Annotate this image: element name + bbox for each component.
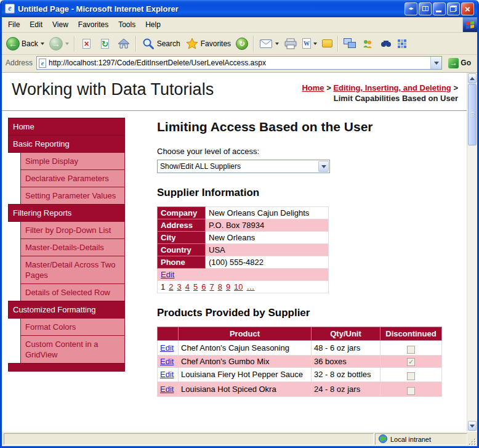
sidebar-item-format-colors[interactable]: Format Colors	[20, 318, 125, 336]
pager-page-5[interactable]: 5	[193, 282, 198, 291]
window-panes-button[interactable]	[419, 2, 432, 15]
research-button[interactable]	[377, 35, 395, 53]
sidebar-item-custom-content-gridview[interactable]: Custom Content in a GridView	[20, 335, 125, 364]
edit-cell: Edit	[158, 382, 179, 397]
address-dropdown-button[interactable]	[430, 57, 441, 69]
stop-button[interactable]: ×	[78, 35, 96, 53]
favorites-button[interactable]: Favorites	[183, 35, 233, 53]
pager-row: 12345678910…	[158, 281, 329, 293]
pager-page-2[interactable]: 2	[169, 282, 173, 291]
product-edit-link[interactable]: Edit	[160, 370, 174, 379]
product-edit-link[interactable]: Edit	[160, 385, 174, 394]
discontinued-checkbox[interactable]: ✓	[407, 358, 415, 366]
product-edit-link[interactable]: Edit	[160, 343, 174, 352]
sidebar-item-home[interactable]: Home	[8, 118, 125, 136]
edit-dropdown-chevron[interactable]	[313, 43, 317, 45]
pager-page-6[interactable]: 6	[201, 282, 206, 291]
sidebar-item-declarative-parameters[interactable]: Declarative Parameters	[20, 169, 125, 187]
forward-dropdown-chevron[interactable]	[65, 43, 69, 45]
discontinued-checkbox[interactable]	[407, 372, 415, 380]
scroll-thumb[interactable]	[468, 84, 477, 145]
column-header-product: Product	[179, 327, 312, 341]
product-name-cell: Louisiana Hot Spiced Okra	[179, 382, 312, 397]
product-edit-link[interactable]: Edit	[160, 357, 174, 366]
sidebar-item-basic-reporting[interactable]: Basic Reporting	[8, 135, 125, 153]
sidebar-item-setting-parameter-values[interactable]: Setting Parameter Values	[20, 187, 125, 205]
pager-page-7[interactable]: 7	[209, 282, 214, 291]
mail-dropdown-chevron[interactable]	[275, 43, 279, 45]
menu-file[interactable]: File	[3, 18, 25, 31]
discontinued-checkbox[interactable]	[407, 346, 415, 354]
history-button[interactable]: ↻	[233, 35, 251, 53]
pager-page-3[interactable]: 3	[177, 282, 181, 291]
sidebar-item-master-detail-across-two-pages[interactable]: Master/Detail Across Two Pages	[20, 256, 125, 284]
field-label-cell: Address	[158, 219, 206, 232]
refresh-icon: ↻	[99, 37, 112, 51]
restore-icon	[450, 6, 457, 12]
sidebar-item-details-of-selected-row[interactable]: Details of Selected Row	[20, 283, 125, 301]
forward-button[interactable]: →	[47, 35, 71, 53]
resize-grip[interactable]	[469, 438, 477, 446]
address-input[interactable]: e http://localhost:1297/Code/EditInsertD…	[36, 56, 442, 70]
monitors-button[interactable]	[341, 35, 358, 53]
page-viewport: Working with Data Tutorials Home > Editi…	[2, 73, 477, 431]
minimize-button[interactable]	[433, 2, 446, 15]
product-row: Edit Chef Anton's Gumbo Mix 36 boxes ✓	[158, 355, 442, 367]
pager-page-9[interactable]: 9	[226, 282, 230, 291]
column-header-edit	[158, 327, 179, 341]
page-heading: Limiting Access Based on the User	[157, 120, 458, 134]
breadcrumb-link-home[interactable]: Home	[302, 83, 324, 92]
breadcrumb-link-editing[interactable]: Editing, Inserting, and Deleting	[333, 83, 451, 92]
edit-cell: Edit	[158, 341, 179, 356]
home-icon	[117, 37, 131, 51]
select-dropdown-button[interactable]	[318, 161, 329, 172]
scroll-up-button[interactable]	[468, 73, 477, 83]
sidebar-item-simple-display[interactable]: Simple Display	[20, 152, 125, 170]
vertical-scrollbar[interactable]	[467, 73, 477, 431]
close-button[interactable]: ×	[461, 2, 474, 15]
go-arrow-icon: →	[448, 58, 459, 68]
column-header-discontinued: Discontinued	[380, 327, 442, 341]
zone-label: Local intranet	[390, 436, 431, 443]
menu-help[interactable]: Help	[140, 18, 166, 31]
back-button[interactable]: ← Back	[4, 35, 47, 53]
pager-ellipsis[interactable]: …	[247, 282, 255, 291]
tiles-button[interactable]	[395, 35, 409, 53]
pager-page-4[interactable]: 4	[185, 282, 190, 291]
scroll-down-button[interactable]	[468, 421, 477, 431]
field-label-cell: Company	[158, 207, 206, 219]
messenger-button[interactable]	[358, 35, 377, 53]
restore-button[interactable]	[447, 2, 460, 15]
menu-edit[interactable]: Edit	[25, 18, 47, 31]
sidebar-item-customized-formatting[interactable]: Customized Formatting	[8, 301, 125, 319]
go-button[interactable]: → Go	[445, 57, 475, 69]
qty-cell: 36 boxes	[312, 355, 380, 367]
panes-icon	[422, 6, 429, 11]
sidebar-item-filtering-reports[interactable]: Filtering Reports	[8, 204, 125, 222]
sidebar-item-filter-by-dropdown-list[interactable]: Filter by Drop-Down List	[20, 221, 125, 239]
menu-tools[interactable]: Tools	[113, 18, 140, 31]
home-button[interactable]	[115, 35, 133, 53]
discontinued-checkbox[interactable]	[407, 387, 415, 395]
menu-favorites[interactable]: Favorites	[73, 18, 113, 31]
sidebar-item-partial[interactable]	[8, 363, 125, 372]
back-dropdown-chevron[interactable]	[41, 43, 44, 45]
sidebar-item-master-details-details[interactable]: Master-Details-Details	[20, 238, 125, 256]
pager-page-10[interactable]: 10	[234, 282, 243, 291]
print-button[interactable]	[281, 35, 300, 53]
discuss-button[interactable]	[320, 35, 335, 53]
supplier-edit-link[interactable]: Edit	[161, 270, 174, 279]
mail-button[interactable]	[257, 35, 281, 53]
scroll-track[interactable]	[468, 84, 477, 420]
zone-pane: Local intranet	[375, 433, 467, 445]
pager-page-1: 1	[161, 282, 165, 291]
binoculars-icon	[379, 37, 393, 51]
search-button[interactable]: Search	[139, 35, 183, 53]
toolbar-separator	[135, 36, 137, 52]
monitor-swap-button[interactable]: ◂▸	[405, 2, 417, 15]
access-level-select[interactable]: Show/Edit ALL Suppliers	[157, 160, 330, 173]
refresh-button[interactable]: ↻	[96, 35, 115, 53]
edit-with-word-button[interactable]: W	[300, 35, 320, 53]
pager-page-8[interactable]: 8	[218, 282, 222, 291]
menu-view[interactable]: View	[47, 18, 73, 31]
